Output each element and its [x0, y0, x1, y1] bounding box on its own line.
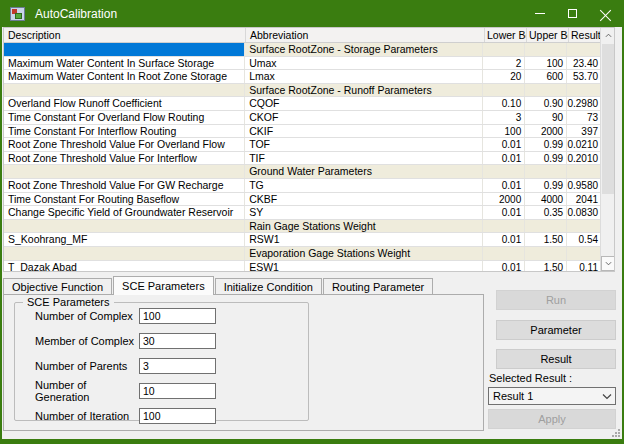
cell-result[interactable] — [567, 165, 600, 178]
cell-abbreviation[interactable]: CKIF — [245, 125, 483, 138]
cell-upper-bound[interactable] — [525, 165, 567, 178]
cell-upper-bound[interactable]: 90 — [525, 111, 567, 124]
cell-description[interactable] — [4, 220, 245, 233]
member-of-complex-input[interactable] — [139, 333, 216, 349]
tab-routing-parameter[interactable]: Routing Parameter — [323, 278, 433, 295]
cell-description[interactable]: Change Specific Yield of Groundwater Res… — [4, 206, 245, 219]
cell-lower-bound[interactable]: 20 — [483, 70, 525, 83]
cell-abbreviation[interactable]: TG — [245, 179, 483, 192]
grid-param-row[interactable]: Root Zone Threshold Value For InterflowT… — [4, 152, 600, 166]
cell-description[interactable] — [4, 247, 245, 260]
number-of-complex-input[interactable] — [139, 308, 216, 324]
group-label[interactable]: Evaporation Gage Stations Weight — [245, 247, 483, 260]
grid-group-row[interactable]: Rain Gage Stations Weight — [4, 220, 600, 234]
cell-upper-bound[interactable]: 4000 — [525, 193, 567, 206]
cell-lower-bound[interactable]: 100 — [483, 125, 525, 138]
cell-lower-bound[interactable]: 2000 — [483, 193, 525, 206]
cell-abbreviation[interactable]: TIF — [245, 152, 483, 165]
cell-description[interactable]: Maximum Water Content In Surface Storage — [4, 57, 245, 70]
grid-param-row[interactable]: S_Koohrang_MFRSW10.011.500.54 — [4, 233, 600, 247]
number-of-parents-input[interactable] — [139, 358, 216, 374]
maximize-button[interactable] — [556, 0, 589, 27]
column-header-description[interactable]: Description — [4, 28, 246, 42]
cell-abbreviation[interactable]: Lmax — [245, 70, 483, 83]
cell-upper-bound[interactable]: 0.35 — [525, 206, 567, 219]
column-header-lower-bound[interactable]: Lower Bo — [485, 28, 527, 42]
cell-result[interactable]: 0.54 — [567, 233, 600, 246]
cell-abbreviation[interactable]: CKOF — [245, 111, 483, 124]
cell-result[interactable]: 0.11 — [567, 261, 600, 272]
group-label[interactable]: Rain Gage Stations Weight — [245, 220, 483, 233]
tab-objective-function[interactable]: Objective Function — [3, 278, 112, 295]
cell-description[interactable]: S_Koohrang_MF — [4, 233, 245, 246]
grid-group-row[interactable]: Surface RootZone - Runoff Parameters — [4, 84, 600, 98]
cell-description[interactable] — [4, 165, 245, 178]
cell-upper-bound[interactable]: 1.50 — [525, 233, 567, 246]
cell-lower-bound[interactable] — [483, 84, 525, 97]
tab-initialize-condition[interactable]: Initialize Condition — [215, 278, 322, 295]
close-button[interactable] — [589, 0, 622, 27]
cell-abbreviation[interactable]: Umax — [245, 57, 483, 70]
cell-description[interactable] — [4, 43, 245, 56]
cell-lower-bound[interactable] — [483, 247, 525, 260]
cell-result[interactable]: 73 — [567, 111, 600, 124]
cell-result[interactable]: 0.0210 — [567, 138, 600, 151]
cell-upper-bound[interactable]: 1.50 — [525, 261, 567, 272]
cell-description[interactable]: T_Dazak Abad — [4, 261, 245, 272]
tab-sce-parameters[interactable]: SCE Parameters — [113, 276, 214, 295]
grid-param-row[interactable]: Root Zone Threshold Value For GW Recharg… — [4, 179, 600, 193]
column-header-upper-bound[interactable]: Upper Bo — [527, 28, 569, 42]
cell-upper-bound[interactable]: 2000 — [525, 125, 567, 138]
cell-upper-bound[interactable]: 0.90 — [525, 97, 567, 110]
cell-upper-bound[interactable]: 100 — [525, 57, 567, 70]
cell-description[interactable] — [4, 84, 245, 97]
scroll-up-button[interactable] — [601, 28, 615, 43]
cell-description[interactable]: Maximum Water Content In Root Zone Stora… — [4, 70, 245, 83]
cell-lower-bound[interactable]: 3 — [483, 111, 525, 124]
run-button[interactable]: Run — [496, 290, 616, 310]
cell-lower-bound[interactable]: 0.01 — [483, 152, 525, 165]
cell-lower-bound[interactable]: 0.10 — [483, 97, 525, 110]
cell-lower-bound[interactable]: 0.01 — [483, 138, 525, 151]
column-header-abbreviation[interactable]: Abbreviation — [246, 28, 485, 42]
grid-group-row[interactable]: Evaporation Gage Stations Weight — [4, 247, 600, 261]
cell-result[interactable] — [567, 220, 600, 233]
grid-param-row[interactable]: Overland Flow Runoff CoefficientCQOF0.10… — [4, 97, 600, 111]
cell-description[interactable]: Time Constant For Overland Flow Routing — [4, 111, 245, 124]
cell-description[interactable]: Root Zone Threshold Value For GW Recharg… — [4, 179, 245, 192]
cell-upper-bound[interactable] — [525, 247, 567, 260]
group-label[interactable]: Surface RootZone - Storage Parameters — [245, 43, 483, 56]
cell-description[interactable]: Root Zone Threshold Value For Overland F… — [4, 138, 245, 151]
cell-lower-bound[interactable]: 0.01 — [483, 179, 525, 192]
cell-abbreviation[interactable]: RSW1 — [245, 233, 483, 246]
cell-result[interactable]: 397 — [567, 125, 600, 138]
cell-result[interactable] — [567, 247, 600, 260]
group-label[interactable]: Ground Water Parameters — [245, 165, 483, 178]
cell-upper-bound[interactable]: 0.99 — [525, 152, 567, 165]
cell-abbreviation[interactable]: CQOF — [245, 97, 483, 110]
cell-description[interactable]: Time Constant For Interflow Routing — [4, 125, 245, 138]
cell-result[interactable]: 0.2010 — [567, 152, 600, 165]
grid-param-row[interactable]: Root Zone Threshold Value For Overland F… — [4, 138, 600, 152]
cell-result[interactable]: 23.40 — [567, 57, 600, 70]
grid-param-row[interactable]: Time Constant For Overland Flow RoutingC… — [4, 111, 600, 125]
cell-upper-bound[interactable]: 600 — [525, 70, 567, 83]
cell-description[interactable]: Time Constant For Routing Baseflow — [4, 193, 245, 206]
grid-group-row[interactable]: Surface RootZone - Storage Parameters — [4, 43, 600, 57]
grid-param-row[interactable]: Maximum Water Content In Root Zone Stora… — [4, 70, 600, 84]
cell-result[interactable]: 0.2980 — [567, 97, 600, 110]
cell-result[interactable]: 53.70 — [567, 70, 600, 83]
cell-description[interactable]: Overland Flow Runoff Coefficient — [4, 97, 245, 110]
cell-abbreviation[interactable]: SY — [245, 206, 483, 219]
scrollbar-thumb[interactable] — [602, 44, 614, 194]
apply-button[interactable]: Apply — [488, 409, 616, 429]
grid-param-row[interactable]: T_Dazak AbadESW10.011.500.11 — [4, 261, 600, 272]
resize-grip-icon[interactable] — [611, 428, 620, 437]
grid-vertical-scrollbar[interactable] — [600, 28, 614, 271]
cell-lower-bound[interactable] — [483, 43, 525, 56]
cell-result[interactable] — [567, 84, 600, 97]
grid-param-row[interactable]: Time Constant For Interflow RoutingCKIF1… — [4, 125, 600, 139]
cell-result[interactable]: 0.0830 — [567, 206, 600, 219]
cell-upper-bound[interactable]: 0.99 — [525, 179, 567, 192]
cell-upper-bound[interactable] — [525, 220, 567, 233]
